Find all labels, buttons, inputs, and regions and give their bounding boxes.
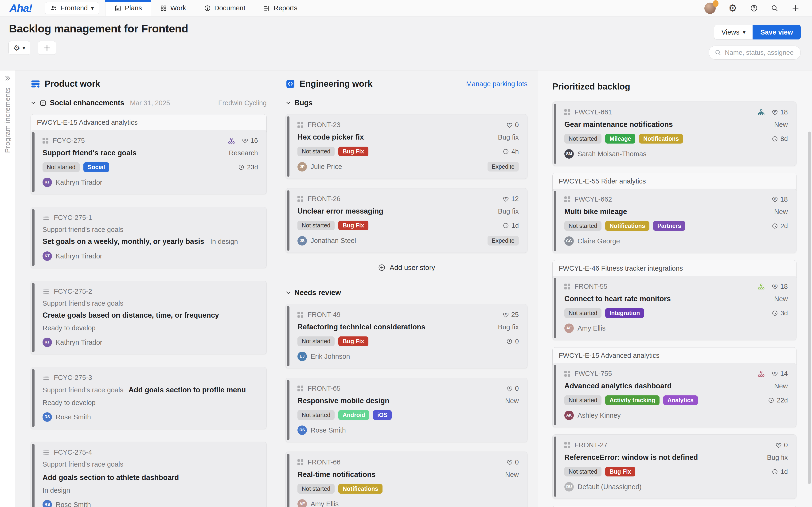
search-icon	[714, 49, 721, 56]
hierarchy-icon	[758, 283, 765, 290]
section-title: Social enhancements	[50, 99, 124, 107]
record-type: New	[774, 295, 788, 303]
parent-feature-link[interactable]: Support friend's race goals	[43, 386, 123, 394]
epic-group-label[interactable]: FRONT-55 Connect to heart rate monitors	[553, 506, 797, 507]
plus-icon[interactable]	[791, 4, 800, 12]
section-header[interactable]: Social enhancementsMar 31, 2025Fredwin C…	[31, 99, 267, 107]
view-settings-button[interactable]: ⚙▾	[8, 41, 30, 55]
card-FRONT-27[interactable]: FRONT-27#0ReferenceError: window is not …	[553, 434, 797, 499]
manage-parking-lots-link[interactable]: Manage parking lots	[466, 80, 527, 88]
card-FRONT-65[interactable]: FRONT-65#0Responsive mobile designNewNot…	[285, 378, 527, 442]
drag-handle-icon[interactable]	[564, 442, 570, 448]
user-avatar[interactable]	[704, 3, 716, 14]
card-meta-row: FRONT-27#0	[564, 441, 788, 449]
tab-reports[interactable]: Reports	[254, 0, 306, 16]
tab-plans[interactable]: Plans	[105, 0, 151, 16]
aha-logo[interactable]: Aha!	[9, 0, 32, 16]
assignee-name: Rose Smith	[310, 427, 346, 434]
parent-feature-link[interactable]: Support friend's race goals	[43, 460, 123, 468]
section-header[interactable]: Bugs	[285, 99, 527, 107]
card-FCYC-275-4[interactable]: FCYC-275-4Support friend's race goalsAdd…	[31, 442, 267, 507]
record-id: FRONT-23	[307, 121, 340, 129]
drag-handle-icon[interactable]	[564, 196, 570, 202]
card-badge-row: Not startedSocial23d	[43, 162, 258, 172]
partners-badge: Partners	[653, 221, 685, 231]
drag-handle-icon[interactable]	[564, 371, 570, 377]
estimate: 22d	[768, 397, 788, 404]
card-title-row: Responsive mobile designNew	[297, 397, 519, 405]
expedite-badge: Expedite	[487, 162, 519, 171]
card-FCYC-275[interactable]: FCYC-275#16Support friend's race goalsRe…	[31, 130, 267, 194]
card-title: Refactoring technical considerations	[297, 323, 425, 331]
expand-rail-button[interactable]	[4, 75, 11, 82]
card-FWCYL-755[interactable]: FWCYL-755#14Advanced analytics dashboard…	[553, 363, 797, 427]
views-button[interactable]: Views▾	[714, 25, 753, 40]
report-icon	[263, 5, 270, 12]
clock-icon	[506, 338, 513, 345]
card-footer-row: RSRose Smith	[43, 412, 258, 422]
tab-document[interactable]: Document	[195, 0, 254, 16]
add-panel-button[interactable]	[38, 41, 56, 55]
card-title-row: Set goals on a weekly, monthly, or yearl…	[43, 237, 258, 246]
parent-feature-link[interactable]: Support friend's race goals	[43, 226, 123, 233]
drag-handle-icon[interactable]	[564, 109, 570, 115]
avatar: RS	[43, 500, 52, 507]
tab-work[interactable]: Work	[151, 0, 195, 16]
chevron-down-icon[interactable]	[285, 290, 291, 295]
card-FRONT-66[interactable]: FRONT-66#0Real-time notificationsNewNot …	[285, 452, 527, 507]
card-FRONT-26[interactable]: FRONT-26#12Unclear error messagingBug fi…	[285, 188, 527, 253]
hierarchy-icon	[228, 137, 235, 144]
drag-handle-icon[interactable]	[297, 122, 303, 128]
assignee-name: Rose Smith	[56, 413, 91, 421]
svg-text:#: #	[774, 372, 775, 375]
search-input[interactable]	[725, 49, 795, 56]
save-view-button[interactable]: Save view	[753, 25, 801, 40]
card-FCYC-275-3[interactable]: FCYC-275-3Support friend's race goalsAdd…	[31, 367, 267, 429]
drag-handle-icon[interactable]	[43, 138, 48, 144]
card-FWCYL-661[interactable]: FWCYL-661#18Gear maintenance notificatio…	[553, 102, 797, 166]
card-FCYC-275-1[interactable]: FCYC-275-1Support friend's race goalsSet…	[31, 207, 267, 268]
card-FRONT-49[interactable]: FRONT-49#25Refactoring technical conside…	[285, 304, 527, 369]
card-FRONT-55[interactable]: FRONT-55#18Connect to heart rate monitor…	[553, 276, 797, 340]
drag-handle-icon[interactable]	[564, 284, 570, 289]
not-started-badge: Not started	[297, 336, 335, 346]
card-title: Real-time notifications	[297, 470, 375, 479]
not-started-badge: Not started	[297, 484, 335, 494]
card-FRONT-23[interactable]: FRONT-23#0Hex code picker fixBug fixNot …	[285, 114, 527, 179]
chevron-down-icon[interactable]	[285, 100, 291, 106]
record-id: FRONT-65	[307, 385, 340, 392]
add-user-story-button[interactable]: Add user story	[285, 264, 527, 272]
scrollbar-thumb[interactable]	[808, 131, 811, 484]
section-title: Needs review	[294, 288, 341, 297]
card-title-row: Connect to heart rate monitorsNew	[564, 295, 788, 303]
program-increments-rail: Program increments	[0, 70, 15, 507]
score: #0	[506, 385, 519, 392]
card-footer-row: KTKathryn Tirador	[43, 251, 258, 261]
parent-feature-link[interactable]: Support friend's race goals	[43, 299, 123, 307]
section-header[interactable]: Needs review	[285, 288, 527, 297]
score-heart-icon: #	[241, 137, 248, 144]
gear-icon[interactable]: ⚙	[729, 3, 737, 13]
people-icon	[50, 5, 57, 12]
drag-handle-icon[interactable]	[297, 459, 303, 465]
card-title: Gear maintenance notifications	[564, 120, 673, 129]
drag-handle-icon[interactable]	[297, 196, 303, 202]
assignee-name: Amy Ellis	[578, 325, 605, 332]
avatar: SM	[564, 149, 574, 159]
card-meta-row: FCYC-275-2	[43, 288, 258, 295]
drag-handle-icon[interactable]	[297, 386, 303, 391]
score-heart-icon: #	[506, 385, 513, 392]
chevron-down-icon[interactable]	[31, 100, 36, 106]
card-FCYC-275-2[interactable]: FCYC-275-2Support friend's race goalsCre…	[31, 281, 267, 354]
view-actions: Views▾ Save view	[714, 25, 801, 40]
card-FWCYL-662[interactable]: FWCYL-662#18Multi bike mileageNewNot sta…	[553, 189, 797, 253]
card-title: Add goals section to profile menu	[128, 386, 246, 394]
card-footer-row: AEAmy Ellis	[564, 324, 788, 333]
workspace-switcher[interactable]: Frontend ▾	[45, 2, 99, 14]
calendar-icon	[40, 99, 47, 106]
drag-handle-icon[interactable]	[297, 312, 303, 318]
score: #14	[771, 370, 788, 378]
help-icon[interactable]	[750, 4, 758, 12]
search-icon[interactable]	[771, 4, 778, 12]
notification-dot	[713, 0, 718, 7]
